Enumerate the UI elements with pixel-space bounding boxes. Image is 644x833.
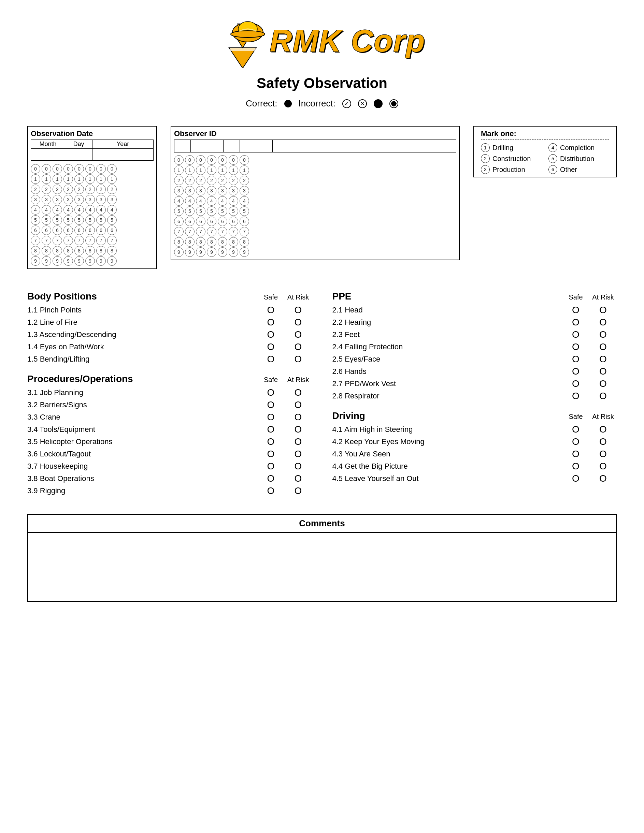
eyes-on-path-safe[interactable]: O [257,341,285,352]
d7-7[interactable]: 7 [107,236,117,245]
mark-one-drilling[interactable]: 1 Drilling [481,143,542,152]
tools-equipment-at-risk[interactable]: O [285,424,312,435]
d3-6[interactable]: 6 [63,225,73,235]
oid-3-8[interactable]: 8 [207,237,216,247]
oid-4-8[interactable]: 8 [218,237,227,247]
helicopter-at-risk[interactable]: O [285,436,312,447]
observer-cell-5[interactable] [256,140,273,152]
pfd-at-risk[interactable]: O [589,378,617,389]
d0-5[interactable]: 5 [31,215,40,225]
oid-1-9[interactable]: 9 [185,247,195,257]
d4-6[interactable]: 6 [74,225,84,235]
hearing-at-risk[interactable]: O [589,317,617,328]
oid-1-3[interactable]: 3 [185,186,195,195]
d6-0[interactable]: 0 [96,164,106,174]
feet-at-risk[interactable]: O [589,329,617,340]
oid-6-9[interactable]: 9 [240,247,249,257]
housekeeping-at-risk[interactable]: O [285,461,312,472]
d0-0[interactable]: 0 [31,164,40,174]
falling-protection-at-risk[interactable]: O [589,341,617,352]
d3-8[interactable]: 8 [63,246,73,256]
hearing-safe[interactable]: O [562,317,589,328]
d7-8[interactable]: 8 [107,246,117,256]
oid-4-6[interactable]: 6 [218,217,227,226]
d1-9[interactable]: 9 [42,256,51,266]
respirator-safe[interactable]: O [562,391,589,402]
oid-0-8[interactable]: 8 [174,237,184,247]
d4-7[interactable]: 7 [74,236,84,245]
eyes-face-safe[interactable]: O [562,354,589,365]
oid-4-1[interactable]: 1 [218,166,227,175]
d4-4[interactable]: 4 [74,205,84,215]
d2-7[interactable]: 7 [53,236,62,245]
oid-0-9[interactable]: 9 [174,247,184,257]
month-input[interactable] [31,148,65,161]
oid-3-4[interactable]: 4 [207,196,216,206]
observer-cell-0[interactable] [174,140,191,152]
oid-0-6[interactable]: 6 [174,217,184,226]
barriers-signs-safe[interactable]: O [257,399,285,410]
oid-2-5[interactable]: 5 [196,206,206,216]
pinch-points-safe[interactable]: O [257,305,285,315]
observer-cell-6[interactable] [273,140,289,152]
lockout-safe[interactable]: O [257,449,285,460]
oid-6-1[interactable]: 1 [240,166,249,175]
bending-lifting-at-risk[interactable]: O [285,354,312,365]
d3-4[interactable]: 4 [63,205,73,215]
mark-one-other[interactable]: 6 Other [549,165,609,174]
oid-5-5[interactable]: 5 [229,206,238,216]
d1-5[interactable]: 5 [42,215,51,225]
oid-4-3[interactable]: 3 [218,186,227,195]
crane-safe[interactable]: O [257,412,285,423]
oid-2-8[interactable]: 8 [196,237,206,247]
oid-1-0[interactable]: 0 [185,155,195,165]
d7-4[interactable]: 4 [107,205,117,215]
oid-1-2[interactable]: 2 [185,176,195,185]
d5-5[interactable]: 5 [85,215,95,225]
bending-lifting-safe[interactable]: O [257,354,285,365]
d6-6[interactable]: 6 [96,225,106,235]
boat-operations-safe[interactable]: O [257,473,285,484]
keep-eyes-moving-at-risk[interactable]: O [589,436,617,447]
oid-1-6[interactable]: 6 [185,217,195,226]
oid-4-2[interactable]: 2 [218,176,227,185]
d4-9[interactable]: 9 [74,256,84,266]
d0-8[interactable]: 8 [31,246,40,256]
oid-4-7[interactable]: 7 [218,227,227,236]
aim-high-safe[interactable]: O [562,424,589,435]
d1-2[interactable]: 2 [42,185,51,194]
oid-4-5[interactable]: 5 [218,206,227,216]
d2-0[interactable]: 0 [53,164,62,174]
d4-2[interactable]: 2 [74,185,84,194]
oid-3-7[interactable]: 7 [207,227,216,236]
boat-operations-at-risk[interactable]: O [285,473,312,484]
oid-6-5[interactable]: 5 [240,206,249,216]
observer-cell-4[interactable] [240,140,256,152]
observer-cell-2[interactable] [207,140,224,152]
mark-one-distribution[interactable]: 5 Distribution [549,154,609,163]
d7-0[interactable]: 0 [107,164,117,174]
helicopter-safe[interactable]: O [257,436,285,447]
d5-6[interactable]: 6 [85,225,95,235]
d1-0[interactable]: 0 [42,164,51,174]
leave-yourself-out-safe[interactable]: O [562,473,589,484]
d3-7[interactable]: 7 [63,236,73,245]
oid-1-1[interactable]: 1 [185,166,195,175]
d5-4[interactable]: 4 [85,205,95,215]
oid-5-6[interactable]: 6 [229,217,238,226]
oid-3-3[interactable]: 3 [207,186,216,195]
d4-1[interactable]: 1 [74,174,84,184]
d4-5[interactable]: 5 [74,215,84,225]
you-are-seen-safe[interactable]: O [562,449,589,460]
d4-0[interactable]: 0 [74,164,84,174]
day-input[interactable] [65,148,92,161]
d2-5[interactable]: 5 [53,215,62,225]
d2-2[interactable]: 2 [53,185,62,194]
d1-8[interactable]: 8 [42,246,51,256]
oid-2-1[interactable]: 1 [196,166,206,175]
oid-6-0[interactable]: 0 [240,155,249,165]
oid-3-5[interactable]: 5 [207,206,216,216]
d2-8[interactable]: 8 [53,246,62,256]
d0-4[interactable]: 4 [31,205,40,215]
oid-0-5[interactable]: 5 [174,206,184,216]
